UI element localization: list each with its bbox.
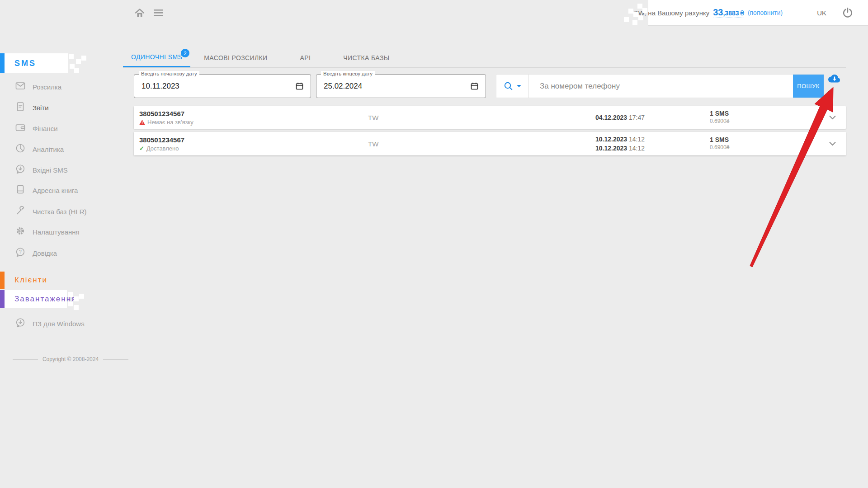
tabbar: ОДИНОЧНІ SMS 2 МАСОВІ РОЗСИЛКИ API ЧИСТК… [123,48,846,68]
end-date-field[interactable]: Введіть кінцеву дату 25.02.2024 [316,74,486,98]
recipient-cell: 380501234567 Немає на зв'язку [139,110,193,126]
sms-cost: 0.6900₴ [710,144,729,151]
sidebar-item-analityka[interactable]: Аналітика [15,142,64,156]
recipient-cell: 380501234567 ✓ Доставлено [139,136,184,152]
calendar-icon[interactable] [471,82,478,90]
menu-icon[interactable] [154,9,163,17]
search-icon [504,81,513,91]
sidebar-item-label: Довідка [33,249,57,257]
tab-bulk-sms[interactable]: МАСОВІ РОЗСИЛКИ [196,48,275,67]
count-cell: 1 SMS 0.6900₴ [710,110,729,125]
sender-cell: TW [368,140,378,148]
download-icon [15,318,25,329]
sidebar-item-adresna-knyha[interactable]: Адресна книга [15,183,78,197]
sent-time: 14:12 [629,136,645,143]
address-book-icon [15,184,25,196]
sms-section-accent-bar [0,53,5,73]
warning-icon [139,119,145,125]
clients-section-accent-bar [0,272,5,289]
sms-count: 1 SMS [710,110,729,117]
end-date-label: Введіть кінцеву дату [321,71,375,76]
delivered-time: 14:12 [629,145,645,152]
wallet-icon [15,122,25,134]
sidebar-item-finansy[interactable]: Фінанси [15,121,58,136]
sidebar-item-zvity[interactable]: Звіти [15,100,49,115]
gear-icon [15,226,25,238]
search-type-dropdown[interactable] [496,75,529,98]
tab-label: ОДИНОЧНІ SMS [131,53,182,61]
copyright: Copyright © 2008-2024 [13,356,128,362]
sidebar-section-downloads[interactable]: Завантаження [14,290,76,308]
calendar-icon[interactable] [296,82,303,90]
search-button[interactable]: ПОШУК [793,75,824,98]
sidebar-item-label: ПЗ для Windows [33,320,85,328]
check-icon: ✓ [139,145,144,152]
search-input[interactable] [529,75,793,98]
expand-row-button[interactable] [826,113,839,122]
sidebar-item-chystka-baz[interactable]: Чистка баз (HLR) [15,204,87,219]
start-date-value[interactable]: 10.11.2023 [142,82,296,91]
chevron-down-icon [829,142,836,146]
sidebar-item-nalashtuvannia[interactable]: Налаштування [15,225,80,239]
status-text: Доставлено [146,145,179,152]
tab-base-cleaning[interactable]: ЧИСТКА БАЗЫ [335,48,397,67]
chevron-down-icon [829,116,836,120]
sidebar-item-label: Фінанси [33,125,58,132]
sidebar-section-clients[interactable]: Клієнти [14,272,47,289]
sidebar-item-label: Вхідні SMS [33,166,68,174]
caret-down-icon [517,85,521,87]
tab-label: МАСОВІ РОЗСИЛКИ [204,54,267,61]
svg-text:?: ? [19,249,22,254]
analytics-icon [15,143,25,155]
status-text: Немає на зв'язку [147,119,193,126]
count-cell: 1 SMS 0.6900₴ [710,136,729,151]
sidebar-item-dovidka[interactable]: ? Довідка [15,246,57,260]
tab-api[interactable]: API [292,48,319,67]
home-icon[interactable] [135,8,145,18]
delivered-date: 10.12.2023 [595,145,627,152]
dates-cell: 10.12.2023 14:12 10.12.2023 14:12 [595,135,645,153]
sidebar-section-sms[interactable]: SMS [14,53,36,73]
sidebar-item-label: Налаштування [33,228,80,236]
help-icon: ? [15,247,25,259]
sent-date: 10.12.2023 [595,136,627,143]
phone-number: 380501234567 [139,136,184,144]
sidebar-item-label: Звіти [33,104,49,112]
wrench-icon [15,206,25,217]
tab-single-sms[interactable]: ОДИНОЧНІ SMS 2 [123,48,190,67]
expand-row-button[interactable] [826,139,839,149]
sidebar-item-rozsylka[interactable]: Розсилка [15,80,61,94]
sms-cost: 0.6900₴ [710,117,729,125]
tab-badge: 2 [181,49,189,57]
sidebar-item-label: Розсилка [33,83,61,91]
sidebar-item-label: Аналітика [33,145,64,153]
sent-date: 04.12.2023 [595,114,627,121]
start-date-field[interactable]: Введіть початкову дату 10.11.2023 [134,74,311,98]
sent-time: 17:47 [629,114,645,121]
sidebar-item-label: Чистка баз (HLR) [33,208,87,216]
start-date-label: Введіть початкову дату [139,71,199,76]
tab-label: API [300,54,311,61]
copyright-text: Copyright © 2008-2024 [42,356,99,362]
cloud-download-icon[interactable] [827,73,842,86]
envelope-icon [15,81,25,93]
downloads-section-accent-bar [0,290,5,308]
sender-cell: TW [368,114,378,122]
sms-count: 1 SMS [710,136,729,144]
sidebar-item-label: Адресна книга [33,187,78,194]
sidebar-item-vhidni-sms[interactable]: Вхідні SMS [15,163,68,177]
report-icon [15,102,25,113]
end-date-value[interactable]: 25.02.2024 [324,82,471,91]
tab-label: ЧИСТКА БАЗЫ [343,54,389,61]
sidebar-item-windows-software[interactable]: ПЗ для Windows [15,316,85,331]
incoming-sms-icon [15,164,25,176]
dates-cell: 04.12.2023 17:47 [595,113,645,122]
search-group: ПОШУК [496,74,824,98]
phone-number: 380501234567 [139,110,193,117]
message-row[interactable]: 380501234567 ✓ Доставлено TW 10.12.2023 … [134,132,846,155]
message-row[interactable]: 380501234567 Немає на зв'язку TW 04.12.2… [134,106,846,129]
